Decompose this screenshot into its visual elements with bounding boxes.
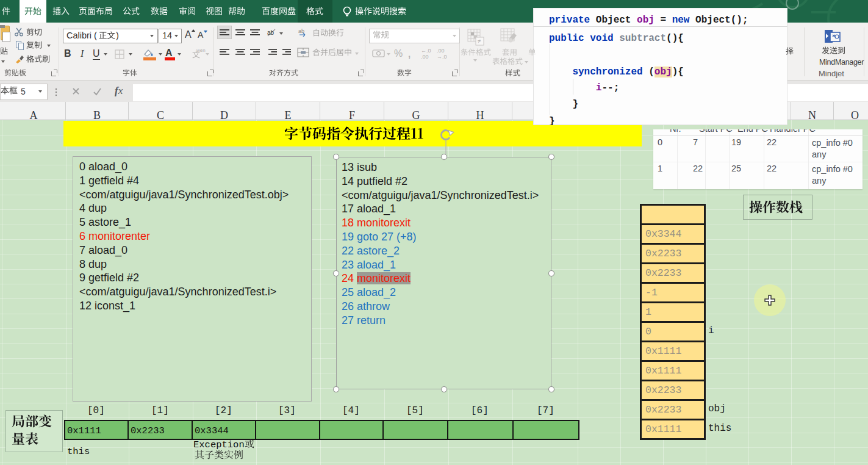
svg-text:ab: ab bbox=[267, 29, 274, 36]
svg-text:≠: ≠ bbox=[478, 38, 481, 45]
